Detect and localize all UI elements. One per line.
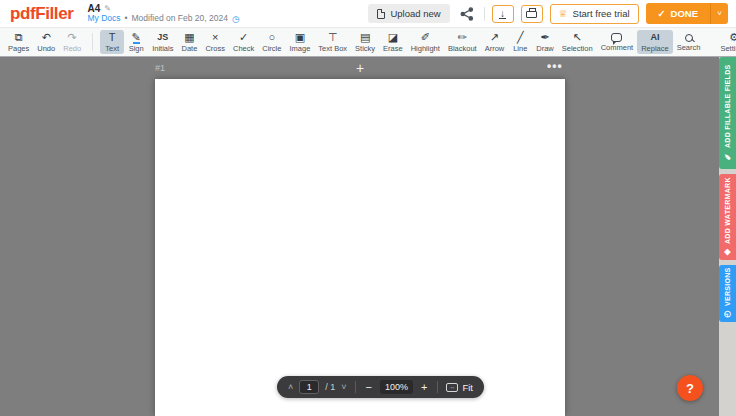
pages-label: Pages (8, 44, 29, 53)
versions-icon: ◷ (723, 310, 732, 319)
tool-comment[interactable]: Comment (597, 30, 638, 54)
tool-erase[interactable]: ◪Erase (379, 30, 407, 54)
download-icon: ↓ (499, 9, 506, 19)
tool-date[interactable]: ▦Date (177, 30, 201, 54)
tool-initials[interactable]: JSInitials (148, 30, 177, 54)
bottom-bar-divider (437, 381, 438, 393)
date-icon: ▦ (184, 32, 194, 43)
tool-text-box[interactable]: ⊤Text Box (314, 30, 351, 54)
circle-icon: ○ (269, 32, 276, 43)
tool-blackout[interactable]: ✏Blackout (444, 30, 481, 54)
fit-button[interactable]: ↔ Fit (446, 382, 473, 393)
text-label: Text (105, 44, 119, 53)
circle-label: Circle (262, 44, 281, 53)
history-clock-icon[interactable]: ◷ (232, 14, 240, 24)
tool-search[interactable]: Search (673, 30, 705, 54)
add-watermark-icon: ◈ (723, 248, 732, 257)
highlight-label: Highlight (411, 44, 440, 53)
document-upload-icon (377, 9, 385, 19)
help-button[interactable]: ? (677, 375, 703, 401)
zoom-out-button[interactable]: − (364, 381, 374, 393)
erase-label: Erase (383, 44, 403, 53)
sticky-icon: ▤ (360, 32, 370, 43)
start-free-trial-button[interactable]: ♕ Start free trial (550, 4, 639, 24)
search-label: Search (677, 43, 701, 52)
initials-label: Initials (152, 44, 173, 53)
done-check-icon: ✓ (658, 8, 666, 19)
text-box-label: Text Box (318, 44, 347, 53)
zoom-in-button[interactable]: + (419, 381, 429, 393)
previous-page-button[interactable]: ˄ (288, 382, 293, 392)
page-number-input[interactable]: 1 (299, 380, 319, 394)
tool-circle[interactable]: ○Circle (258, 30, 285, 54)
image-icon: ▣ (295, 32, 305, 43)
pdffiller-logo[interactable]: pdfFiller (10, 4, 73, 24)
tab-add-fillable-fields[interactable]: ✎ADD FILLABLE FIELDS (719, 57, 736, 169)
check-icon: ✓ (239, 32, 248, 43)
page-total-label: / 1 (325, 382, 335, 392)
done-button[interactable]: ✓ DONE (646, 3, 710, 24)
tool-check[interactable]: ✓Check (229, 30, 258, 54)
redo-icon: ↷ (68, 32, 77, 43)
comment-icon (611, 32, 622, 42)
tool-line[interactable]: ╱Line (508, 30, 532, 54)
header-actions: Upload new ↓ ♕ Start free trial (368, 3, 728, 24)
tool-image[interactable]: ▣Image (285, 30, 314, 54)
share-button[interactable] (457, 5, 477, 23)
tool-highlight[interactable]: ✐Highlight (407, 30, 444, 54)
replace-label: Replace (641, 44, 669, 53)
cross-label: Cross (205, 44, 225, 53)
tool-sign[interactable]: ✎Sign (124, 30, 148, 54)
next-page-button[interactable]: ˅ (341, 382, 346, 392)
breadcrumb-separator: • (125, 14, 128, 24)
tool-replace[interactable]: AIReplace (637, 30, 673, 54)
date-label: Date (182, 44, 198, 53)
toolbar-separator (92, 33, 93, 51)
tool-redo[interactable]: ↷Redo (59, 30, 85, 54)
check-label: Check (233, 44, 254, 53)
tool-cross[interactable]: ×Cross (201, 30, 229, 54)
toolbar-right-group: CommentAIReplaceSearch⚙Settings (597, 28, 736, 56)
settings-icon: ⚙ (729, 32, 736, 43)
sticky-label: Sticky (355, 44, 375, 53)
tab-add-watermark[interactable]: ◈ADD WATERMARK (719, 174, 736, 260)
tool-sticky[interactable]: ▤Sticky (351, 30, 379, 54)
edit-title-icon[interactable]: ✎ (104, 4, 111, 13)
toolbar-left-group: ⧉Pages↶Undo↷RedoTText✎SignJSInitials▦Dat… (4, 28, 597, 56)
tool-draw[interactable]: ✒Draw (532, 30, 558, 54)
print-button[interactable] (521, 5, 543, 23)
text-icon: T (109, 32, 116, 43)
add-page-button[interactable]: + (352, 60, 368, 76)
upload-new-label: Upload new (390, 8, 440, 19)
tool-settings[interactable]: ⚙Settings (716, 30, 736, 54)
pdf-page[interactable] (155, 79, 565, 416)
print-icon (526, 11, 537, 18)
upload-new-button[interactable]: Upload new (368, 4, 449, 23)
page-options-button[interactable]: ••• (543, 57, 567, 75)
add-fillable-fields-icon: ✎ (723, 152, 732, 161)
arrow-icon: ↗ (490, 32, 499, 43)
image-label: Image (289, 44, 310, 53)
header: pdfFiller A4 ✎ My Docs • Modified on Feb… (0, 0, 736, 28)
crown-icon: ♕ (559, 8, 568, 19)
download-button[interactable]: ↓ (492, 5, 514, 23)
tab-versions[interactable]: ◷VERSIONS (719, 265, 736, 322)
tool-pages[interactable]: ⧉Pages (4, 30, 33, 54)
tool-undo[interactable]: ↶Undo (33, 30, 59, 54)
done-label: DONE (671, 8, 698, 19)
share-icon (460, 7, 474, 21)
bottom-bar-divider (355, 381, 356, 393)
zoom-level-value[interactable]: 100% (380, 380, 413, 394)
sign-icon: ✎ (132, 32, 141, 43)
add-watermark-label: ADD WATERMARK (724, 177, 731, 244)
blackout-label: Blackout (448, 44, 477, 53)
undo-icon: ↶ (42, 32, 51, 43)
tool-text[interactable]: TText (100, 30, 124, 54)
initials-icon: JS (157, 32, 168, 43)
my-docs-link[interactable]: My Docs (87, 14, 120, 24)
tool-arrow[interactable]: ↗Arrow (481, 30, 509, 54)
page-number-label: #1 (155, 63, 165, 73)
done-dropdown-button[interactable]: ˅ (710, 3, 728, 24)
settings-label: Settings (720, 44, 736, 53)
tool-selection[interactable]: ↖Selection (558, 30, 597, 54)
